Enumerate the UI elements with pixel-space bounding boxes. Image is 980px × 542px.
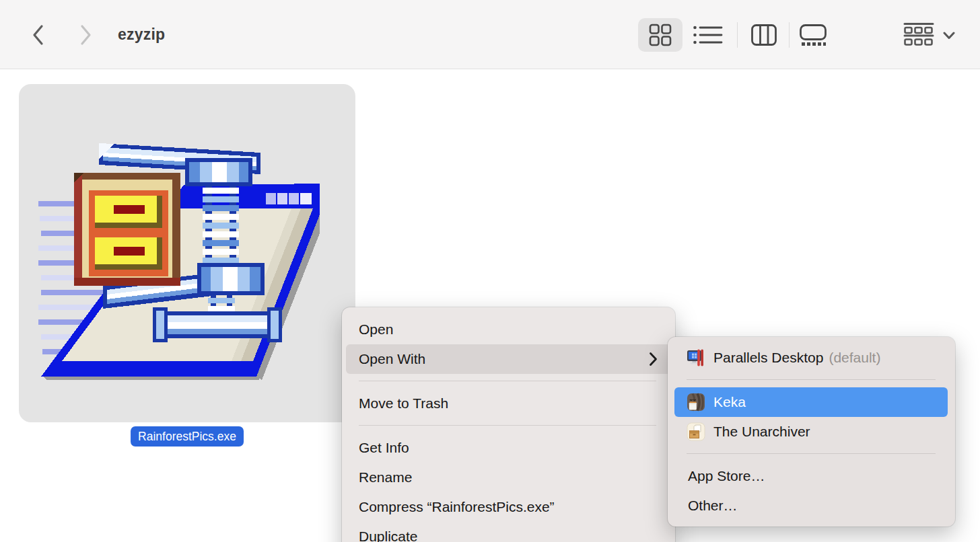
menu-item-label: Open bbox=[359, 321, 393, 338]
menu-separator bbox=[359, 425, 656, 426]
submenu-chevron-icon bbox=[649, 352, 658, 366]
group-by-icon bbox=[903, 22, 935, 48]
list-view-icon bbox=[693, 25, 723, 45]
submenu-item-label: Keka bbox=[713, 394, 746, 410]
menu-item-label: Rename bbox=[359, 469, 412, 486]
menu-separator bbox=[687, 453, 936, 454]
view-mode-list[interactable] bbox=[691, 18, 726, 52]
submenu-item-keka[interactable]: Keka bbox=[674, 387, 948, 417]
submenu-item-label: App Store… bbox=[688, 468, 765, 484]
window-title: ezyzip bbox=[118, 0, 165, 69]
view-mode-columns[interactable] bbox=[746, 18, 782, 52]
submenu-item-other[interactable]: Other… bbox=[668, 491, 955, 520]
toolbar-separator bbox=[737, 22, 738, 48]
view-mode-icon-grid[interactable] bbox=[638, 18, 682, 52]
menu-item-get-info[interactable]: Get Info bbox=[342, 433, 675, 463]
group-by-button[interactable] bbox=[895, 18, 963, 52]
submenu-item-app-store[interactable]: App Store… bbox=[668, 461, 955, 491]
menu-item-label: Move to Trash bbox=[359, 395, 448, 412]
context-menu: Open Open With Move to Trash Get Info Re… bbox=[342, 307, 675, 542]
menu-item-move-to-trash[interactable]: Move to Trash bbox=[342, 389, 675, 418]
finder-window: ezyzip bbox=[0, 0, 980, 542]
gallery-view-icon bbox=[800, 24, 827, 46]
default-app-suffix: (default) bbox=[829, 350, 880, 366]
chevron-down-icon bbox=[943, 31, 955, 40]
chevron-left-icon bbox=[32, 24, 45, 46]
chevron-right-icon bbox=[79, 24, 92, 46]
submenu-item-label: Parallels Desktop bbox=[713, 350, 823, 366]
menu-item-open-with[interactable]: Open With bbox=[346, 344, 671, 374]
menu-separator bbox=[687, 379, 936, 380]
back-button[interactable] bbox=[27, 23, 50, 47]
menu-item-label: Get Info bbox=[359, 440, 409, 456]
menu-item-open[interactable]: Open bbox=[342, 315, 675, 344]
selected-file-tile[interactable] bbox=[19, 84, 355, 422]
open-with-submenu: Parallels Desktop (default) Keka bbox=[668, 337, 955, 527]
submenu-item-label: The Unarchiver bbox=[713, 424, 810, 440]
menu-item-label: Duplicate bbox=[359, 529, 418, 542]
menu-item-rename[interactable]: Rename bbox=[342, 463, 675, 492]
submenu-item-parallels-desktop[interactable]: Parallels Desktop (default) bbox=[668, 343, 955, 373]
the-unarchiver-icon bbox=[687, 422, 705, 441]
menu-item-label: Open With bbox=[359, 351, 425, 367]
winzip-archive-file-icon bbox=[37, 131, 320, 380]
view-mode-gallery[interactable] bbox=[794, 18, 832, 52]
keka-icon bbox=[687, 393, 705, 412]
menu-item-duplicate[interactable]: Duplicate bbox=[342, 522, 675, 542]
toolbar-separator bbox=[789, 22, 790, 48]
forward-button[interactable] bbox=[74, 23, 97, 47]
menu-item-compress[interactable]: Compress “RainforestPics.exe” bbox=[342, 492, 675, 522]
menu-separator bbox=[359, 381, 656, 381]
parallels-desktop-icon bbox=[687, 348, 705, 367]
submenu-item-the-unarchiver[interactable]: The Unarchiver bbox=[668, 417, 955, 447]
submenu-item-label: Other… bbox=[688, 498, 738, 514]
grid-view-icon bbox=[649, 24, 672, 46]
menu-item-label: Compress “RainforestPics.exe” bbox=[359, 499, 555, 515]
column-view-icon bbox=[751, 24, 777, 46]
selected-file-name[interactable]: RainforestPics.exe bbox=[131, 426, 244, 447]
toolbar: ezyzip bbox=[0, 0, 980, 69]
